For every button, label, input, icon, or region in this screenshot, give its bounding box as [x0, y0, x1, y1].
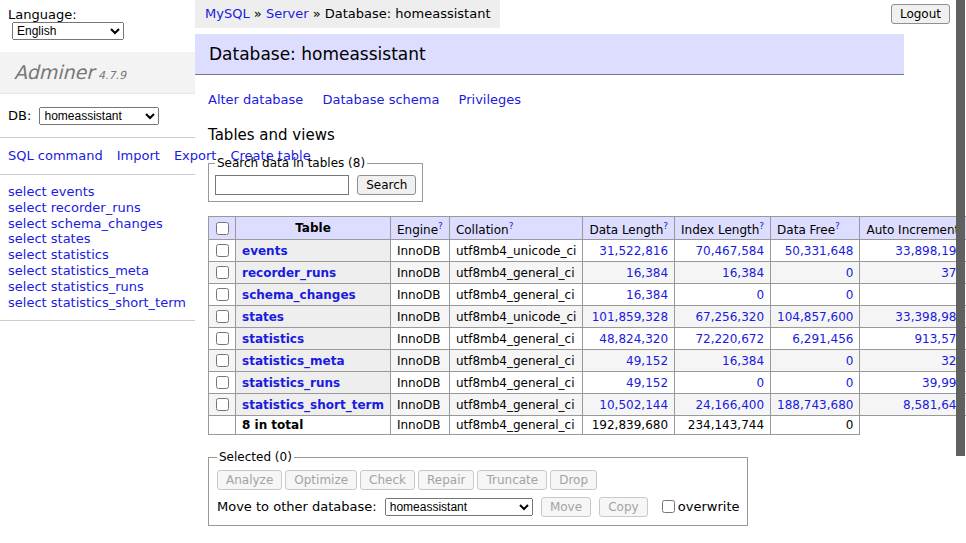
- index-length-link[interactable]: 0: [756, 376, 764, 390]
- table-name-link[interactable]: schema_changes: [242, 288, 356, 302]
- sidebar-link-select-schema-changes[interactable]: select schema_changes: [8, 216, 187, 232]
- table-name-link[interactable]: statistics_runs: [242, 376, 340, 390]
- sidebar-link-select-statistics-short-term[interactable]: select statistics_short_term: [8, 295, 187, 311]
- copy-button[interactable]: Copy: [599, 497, 647, 517]
- import-link[interactable]: Import: [117, 148, 160, 163]
- sidebar-link-select-statistics-meta[interactable]: select statistics_meta: [8, 263, 187, 279]
- data-free-link[interactable]: 50,331,648: [785, 244, 854, 258]
- data-length-link[interactable]: 101,859,328: [592, 310, 668, 324]
- column-header-auto-increment: Auto Increment?: [860, 217, 966, 240]
- data-length-link[interactable]: 31,522,816: [599, 244, 668, 258]
- data-length-link[interactable]: 16,384: [626, 266, 668, 280]
- data-free-link[interactable]: 0: [846, 354, 854, 368]
- data-free-link[interactable]: 0: [846, 288, 854, 302]
- table-name-cell: states: [236, 306, 391, 328]
- overwrite-checkbox[interactable]: [662, 500, 675, 513]
- privileges-link[interactable]: Privileges: [459, 92, 522, 107]
- alter-database-link[interactable]: Alter database: [208, 92, 303, 107]
- check-button[interactable]: Check: [360, 470, 415, 490]
- row-checkbox[interactable]: [216, 354, 229, 367]
- help-icon[interactable]: ?: [759, 221, 764, 231]
- analyze-button[interactable]: Analyze: [217, 470, 282, 490]
- truncate-button[interactable]: Truncate: [477, 470, 547, 490]
- help-icon[interactable]: ?: [438, 221, 443, 231]
- help-icon[interactable]: ?: [663, 221, 668, 231]
- row-checkbox[interactable]: [216, 376, 229, 389]
- repair-button[interactable]: Repair: [418, 470, 474, 490]
- total-data-free-cell: 0: [771, 416, 860, 435]
- data-length-link[interactable]: 49,152: [626, 376, 668, 390]
- auto-increment-link[interactable]: 33,898,196: [895, 244, 964, 258]
- engine-cell: InnoDB: [390, 240, 449, 262]
- index-length-cell: 0: [675, 284, 771, 306]
- db-selector-row: DB: homeassistant: [0, 94, 195, 138]
- table-name-link[interactable]: statistics: [242, 332, 304, 346]
- row-checkbox-cell: [209, 350, 236, 372]
- help-icon[interactable]: ?: [835, 221, 840, 231]
- data-free-link[interactable]: 0: [846, 376, 854, 390]
- auto-increment-cell: 39,999: [860, 372, 966, 394]
- table-name-link[interactable]: recorder_runs: [242, 266, 336, 280]
- sql-command-link[interactable]: SQL command: [8, 148, 103, 163]
- row-checkbox[interactable]: [216, 310, 229, 323]
- data-free-link[interactable]: 6,291,456: [792, 332, 853, 346]
- column-header-table: Table: [236, 217, 391, 240]
- table-name-cell: statistics_runs: [236, 372, 391, 394]
- column-header-engine: Engine?: [390, 217, 449, 240]
- sidebar-link-select-statistics[interactable]: select statistics: [8, 247, 187, 263]
- table-name-cell: events: [236, 240, 391, 262]
- auto-increment-link[interactable]: 8,581,645: [903, 398, 964, 412]
- sidebar-link-select-statistics-runs[interactable]: select statistics_runs: [8, 279, 187, 295]
- database-schema-link[interactable]: Database schema: [323, 92, 440, 107]
- help-icon[interactable]: ?: [509, 221, 514, 231]
- breadcrumb-mysql[interactable]: MySQL: [205, 6, 250, 21]
- language-select[interactable]: English: [12, 22, 124, 40]
- index-length-link[interactable]: 67,256,320: [695, 310, 764, 324]
- row-checkbox[interactable]: [216, 266, 229, 279]
- move-button[interactable]: Move: [541, 497, 591, 517]
- index-length-link[interactable]: 0: [756, 288, 764, 302]
- index-length-link[interactable]: 16,384: [722, 354, 764, 368]
- move-database-select[interactable]: homeassistant: [385, 498, 533, 516]
- data-free-link[interactable]: 188,743,680: [777, 398, 853, 412]
- row-checkbox-cell: [209, 262, 236, 284]
- search-input[interactable]: [215, 175, 349, 195]
- index-length-link[interactable]: 16,384: [722, 266, 764, 280]
- search-button[interactable]: Search: [357, 175, 416, 195]
- table-name-link[interactable]: statistics_short_term: [242, 398, 384, 412]
- index-length-link[interactable]: 72,220,672: [695, 332, 764, 346]
- data-free-link[interactable]: 0: [846, 266, 854, 280]
- row-checkbox[interactable]: [216, 288, 229, 301]
- data-length-link[interactable]: 10,502,144: [599, 398, 668, 412]
- row-checkbox[interactable]: [216, 398, 229, 411]
- data-length-link[interactable]: 48,824,320: [599, 332, 668, 346]
- row-checkbox[interactable]: [216, 332, 229, 345]
- sidebar-link-select-recorder-runs[interactable]: select recorder_runs: [8, 200, 187, 216]
- vertical-scrollbar[interactable]: [956, 0, 965, 456]
- table-name-link[interactable]: states: [242, 310, 284, 324]
- table-name-link[interactable]: statistics_meta: [242, 354, 345, 368]
- index-length-link[interactable]: 24,166,400: [695, 398, 764, 412]
- db-select[interactable]: homeassistant: [39, 107, 159, 125]
- data-free-cell: 104,857,600: [771, 306, 860, 328]
- select-all-checkbox[interactable]: [216, 222, 229, 235]
- total-index-length-cell: 234,143,744: [675, 416, 771, 435]
- data-free-link[interactable]: 104,857,600: [777, 310, 853, 324]
- index-length-cell: 72,220,672: [675, 328, 771, 350]
- sidebar-link-select-states[interactable]: select states: [8, 231, 187, 247]
- auto-increment-link[interactable]: 33,398,984: [895, 310, 964, 324]
- logout-button[interactable]: Logout: [891, 4, 950, 24]
- table-row-statistics-short-term: statistics_short_termInnoDButf8mb4_gener…: [209, 394, 966, 416]
- collation-cell: utf8mb4_unicode_ci: [449, 306, 583, 328]
- table-row-recorder-runs: recorder_runsInnoDButf8mb4_general_ci16,…: [209, 262, 966, 284]
- engine-cell: InnoDB: [390, 328, 449, 350]
- drop-button[interactable]: Drop: [550, 470, 597, 490]
- row-checkbox[interactable]: [216, 244, 229, 257]
- data-length-link[interactable]: 49,152: [626, 354, 668, 368]
- table-name-link[interactable]: events: [242, 244, 288, 258]
- breadcrumb-server[interactable]: Server: [266, 6, 309, 21]
- sidebar-link-select-events[interactable]: select events: [8, 184, 187, 200]
- index-length-link[interactable]: 70,467,584: [695, 244, 764, 258]
- data-length-link[interactable]: 16,384: [626, 288, 668, 302]
- optimize-button[interactable]: Optimize: [285, 470, 357, 490]
